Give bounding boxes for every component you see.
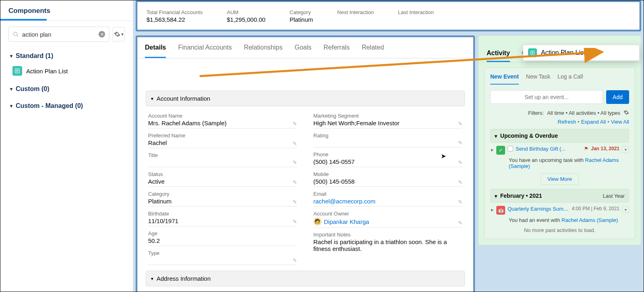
section-month[interactable]: ▾ February • 2021 Last Year: [490, 189, 629, 203]
owner-link[interactable]: Dipankar Kharga: [324, 218, 369, 225]
component-search-box[interactable]: ✕: [8, 27, 109, 42]
field-phone: (500) 145-0557: [314, 157, 462, 167]
svg-line-1: [17, 35, 18, 36]
highlights-panel: Total Financial Accounts$1,563,584.22 AU…: [137, 2, 640, 30]
task-icon: ✓: [496, 146, 505, 155]
tab-financial-accounts[interactable]: Financial Accounts: [178, 37, 231, 58]
action-plan-icon: [12, 66, 22, 76]
event-icon: 📅: [496, 206, 505, 215]
chevron-right-icon[interactable]: ▸: [491, 207, 494, 213]
tab-log-call[interactable]: Log a Call: [557, 73, 583, 85]
task-menu-icon[interactable]: ▾: [622, 146, 629, 153]
section-address-info[interactable]: ▾ Address Information: [146, 271, 465, 286]
edit-icon[interactable]: ✎: [458, 159, 462, 166]
chevron-down-icon: ▾: [10, 86, 12, 92]
task-checkbox[interactable]: [508, 146, 513, 151]
group-custom-managed[interactable]: ▾ Custom - Managed (0): [0, 96, 133, 113]
hl-value: $1,563,584.22: [147, 16, 202, 23]
field-marketing-segment: High Net Worth;Female Investor: [314, 119, 462, 128]
field-rating: [314, 139, 462, 147]
edit-icon[interactable]: ✎: [458, 121, 462, 127]
gear-icon: [114, 31, 120, 37]
edit-icon[interactable]: ✎: [458, 179, 462, 185]
expand-all-link[interactable]: Expand All: [581, 119, 606, 125]
flag-icon: ⚑: [584, 146, 588, 151]
section-account-info[interactable]: ▾ Account Information: [146, 91, 465, 106]
edit-icon[interactable]: ✎: [458, 140, 462, 146]
record-detail-card: Details Financial Accounts Relationships…: [137, 37, 473, 292]
tab-details[interactable]: Details: [145, 37, 166, 58]
related-record-link[interactable]: Rachel Adams (Sample): [561, 217, 618, 223]
svg-point-0: [14, 32, 17, 35]
edit-icon[interactable]: ✎: [293, 179, 297, 185]
edit-icon[interactable]: ✎: [293, 199, 297, 205]
chevron-down-icon: ▾: [495, 193, 497, 199]
field-category: Platinum: [148, 197, 297, 207]
refresh-link[interactable]: Refresh: [558, 119, 576, 125]
event-menu-icon[interactable]: ▾: [622, 206, 629, 213]
tab-related[interactable]: Related: [362, 37, 384, 58]
tab-goals[interactable]: Goals: [295, 37, 312, 58]
filter-settings-icon[interactable]: [623, 110, 629, 116]
component-action-plan-list[interactable]: Action Plan List: [0, 63, 133, 79]
event-subject-input[interactable]: [490, 90, 603, 104]
chevron-down-icon: ▾: [495, 133, 497, 139]
chevron-down-icon: ▾: [10, 103, 12, 109]
field-age: 50.2: [148, 236, 297, 246]
component-label: Action Plan List: [26, 68, 68, 75]
edit-icon[interactable]: ✎: [293, 121, 297, 127]
add-button[interactable]: Add: [606, 90, 629, 104]
edit-icon[interactable]: ✎: [293, 219, 297, 225]
sidebar-settings-button[interactable]: ▾: [113, 27, 125, 41]
edit-icon[interactable]: ✎: [458, 220, 462, 226]
tab-new-event[interactable]: New Event: [490, 73, 519, 85]
field-title: [148, 158, 297, 167]
tab-relationships[interactable]: Relationships: [244, 37, 283, 58]
hl-label: Total Financial Accounts: [147, 9, 202, 15]
field-birthdate: 11/10/1971: [148, 217, 297, 226]
field-preferred-name: Rachel: [148, 139, 297, 148]
field-mobile: (500) 145-0558: [314, 177, 462, 187]
components-sidebar: Components ✕ ▾ ▾ Standard (1) Action Pla…: [0, 0, 133, 292]
task-row: ▸ ✓ Send Birthday Gift (... ⚑ Jan 13, 20…: [490, 146, 629, 155]
event-link[interactable]: Quarterly Earnings Summa...: [508, 206, 569, 212]
edit-icon[interactable]: ✎: [458, 199, 462, 205]
clear-search-icon[interactable]: ✕: [99, 31, 105, 37]
chevron-down-icon: ▾: [10, 53, 12, 59]
group-label: Standard (1): [16, 52, 53, 60]
field-account-name: Mrs. Rachel Adams (Sample): [148, 119, 297, 128]
view-more-button[interactable]: View More: [541, 173, 579, 185]
task-link[interactable]: Send Birthday Gift (...: [516, 146, 582, 152]
filters-text: All time • All activities • All types: [547, 110, 620, 116]
page-canvas: Total Financial Accounts$1,563,584.22 AU…: [133, 0, 644, 292]
section-upcoming[interactable]: ▾ Upcoming & Overdue: [490, 129, 629, 143]
sidebar-title: Components: [0, 0, 133, 19]
component-search-input[interactable]: [22, 31, 99, 38]
edit-icon[interactable]: ✎: [293, 141, 297, 147]
event-row: ▸ 📅 Quarterly Earnings Summa... 4:00 PM …: [490, 206, 629, 215]
field-status: Active: [148, 177, 297, 187]
field-account-owner: 🧑 Dipankar Kharga: [314, 217, 462, 228]
field-type: [148, 256, 297, 265]
field-email[interactable]: rachel@acmecorp.com: [314, 197, 462, 207]
tab-activity[interactable]: Activity: [487, 50, 510, 62]
group-label: Custom - Managed (0): [16, 102, 83, 110]
avatar: 🧑: [314, 217, 322, 226]
drag-label: Action Plan List: [541, 49, 585, 56]
tab-new-task[interactable]: New Task: [526, 73, 550, 85]
drag-preview: Action Plan List: [523, 45, 640, 61]
view-all-link[interactable]: View All: [611, 119, 629, 125]
no-more-text: No more past activities to load.: [490, 227, 629, 233]
chevron-down-icon: ▾: [151, 96, 153, 101]
group-standard[interactable]: ▾ Standard (1): [0, 46, 133, 63]
chevron-right-icon[interactable]: ▸: [491, 147, 494, 153]
task-date: Jan 13, 2021: [591, 146, 619, 151]
tab-referrals[interactable]: Referrals: [324, 37, 350, 58]
record-tabs: Details Financial Accounts Relationships…: [138, 37, 473, 58]
chevron-down-icon: ▾: [151, 276, 153, 282]
edit-icon[interactable]: ✎: [293, 159, 297, 166]
field-important-notes: Rachel is participating in a triathlon s…: [314, 238, 462, 254]
group-label: Custom (0): [16, 85, 50, 93]
group-custom[interactable]: ▾ Custom (0): [0, 79, 133, 96]
edit-icon[interactable]: ✎: [293, 257, 297, 263]
